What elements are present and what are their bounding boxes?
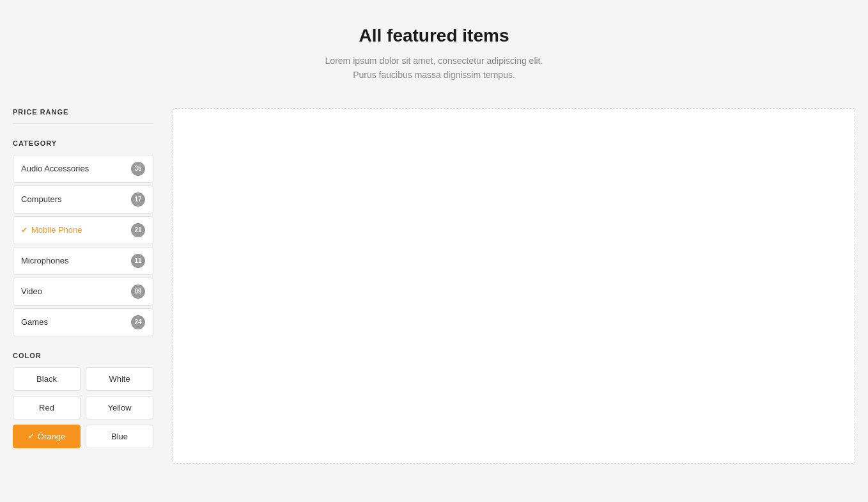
category-name: Computers <box>21 194 62 204</box>
category-list: Audio Accessories 35 Computers 17 ✓ Mobi… <box>13 155 153 336</box>
category-badge: 24 <box>131 315 145 329</box>
category-badge: 21 <box>131 223 145 237</box>
category-name: Microphones <box>21 256 68 265</box>
color-section: COLOR Black White Red Yellow ✓ Orange Bl… <box>13 352 153 448</box>
category-badge: 11 <box>131 254 145 268</box>
color-label: White <box>109 374 130 384</box>
category-name: Games <box>21 317 48 327</box>
color-button[interactable]: White <box>86 367 153 391</box>
category-item[interactable]: Computers 17 <box>13 185 153 214</box>
check-icon: ✓ <box>28 432 34 441</box>
page-title: All featured items <box>13 26 855 46</box>
color-button[interactable]: ✓ Orange <box>13 425 81 448</box>
category-item[interactable]: Microphones 11 <box>13 247 153 275</box>
color-label: Orange <box>38 432 65 441</box>
category-badge: 09 <box>131 285 145 299</box>
category-name: Audio Accessories <box>21 164 89 173</box>
category-item[interactable]: Video 09 <box>13 278 153 306</box>
main-content-area <box>173 108 855 464</box>
sidebar: PRICE RANGE CATEGORY Audio Accessories 3… <box>13 108 153 464</box>
category-section: CATEGORY Audio Accessories 35 Computers … <box>13 139 153 336</box>
color-button[interactable]: Blue <box>86 425 153 448</box>
color-label: COLOR <box>13 352 153 359</box>
color-label: Blue <box>111 432 128 441</box>
color-label: Red <box>39 403 54 412</box>
color-button[interactable]: Yellow <box>86 396 153 420</box>
color-label: Yellow <box>107 403 131 412</box>
color-label: Black <box>36 374 57 384</box>
category-name: Video <box>21 286 42 296</box>
page-subtitle: Lorem ipsum dolor sit amet, consectetur … <box>13 54 855 82</box>
category-label: CATEGORY <box>13 139 153 147</box>
color-button[interactable]: Black <box>13 367 81 391</box>
category-badge: 35 <box>131 162 145 176</box>
category-item[interactable]: ✓ Mobile Phone 21 <box>13 216 153 244</box>
category-badge: 17 <box>131 192 145 207</box>
color-button[interactable]: Red <box>13 396 81 420</box>
category-item[interactable]: Games 24 <box>13 308 153 336</box>
category-item[interactable]: Audio Accessories 35 <box>13 155 153 183</box>
price-range-section: PRICE RANGE <box>13 108 153 124</box>
check-icon: ✓ <box>21 226 27 235</box>
price-range-label: PRICE RANGE <box>13 108 153 116</box>
color-grid: Black White Red Yellow ✓ Orange Blue <box>13 367 153 448</box>
category-name: Mobile Phone <box>31 225 82 235</box>
